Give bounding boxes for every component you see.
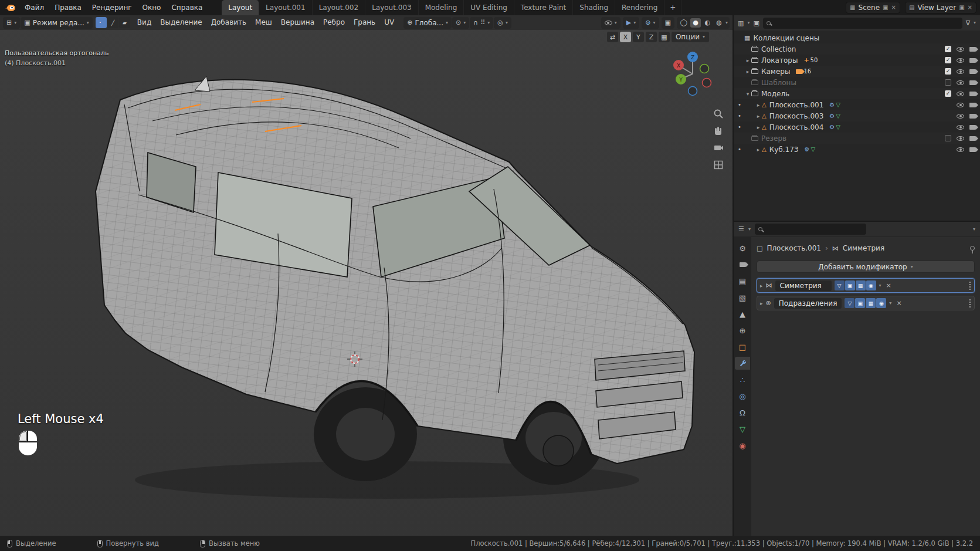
add-workspace-button[interactable]: + xyxy=(664,0,681,15)
gizmo-x-label[interactable]: X xyxy=(677,63,680,69)
gizmo-y-label[interactable]: Y xyxy=(679,77,683,83)
tab-physics[interactable]: ◎ xyxy=(735,390,750,403)
new-scene-icon[interactable]: ▣ xyxy=(883,5,888,11)
on-cage-toggle[interactable]: ▽ xyxy=(845,298,854,308)
editor-type-button[interactable]: ⊞▾ xyxy=(3,17,20,29)
shading-solid-button[interactable]: ● xyxy=(690,18,701,28)
hide-eye-icon[interactable] xyxy=(957,147,964,152)
hide-eye-icon[interactable] xyxy=(957,136,964,141)
menu-file[interactable]: Файл xyxy=(19,0,49,15)
outliner-row-shablony[interactable]: Шаблоны xyxy=(734,77,980,88)
xray-toggle[interactable]: ▣ xyxy=(662,17,674,29)
menu-edit[interactable]: Правка xyxy=(49,0,87,15)
zoom-icon[interactable] xyxy=(713,108,724,120)
delete-modifier-icon[interactable]: × xyxy=(894,299,903,307)
options-dropdown[interactable]: Опции ▾ xyxy=(672,32,709,42)
workspace-tab-shading[interactable]: Shading xyxy=(573,0,615,15)
hide-eye-icon[interactable] xyxy=(957,92,964,96)
workspace-tab-texture-paint[interactable]: Texture Paint xyxy=(514,0,573,15)
menu-add[interactable]: Добавить xyxy=(207,15,250,30)
edge-select-button[interactable]: ╱ xyxy=(107,17,118,28)
drag-handle[interactable] xyxy=(969,299,971,307)
drag-handle[interactable] xyxy=(969,282,971,290)
view-layer-selector[interactable]: ▤ View Layer ▣ × xyxy=(905,2,976,13)
workspace-tab-layout[interactable]: Layout xyxy=(222,0,259,15)
exclude-checkbox[interactable] xyxy=(945,135,951,141)
menu-render[interactable]: Рендеринг xyxy=(87,0,137,15)
overlays-toggle[interactable]: ⊚▾ xyxy=(642,17,659,29)
exclude-checkbox[interactable] xyxy=(945,79,951,86)
blender-logo-icon[interactable] xyxy=(0,0,19,15)
shading-material-button[interactable]: ◐ xyxy=(702,18,713,28)
shading-wireframe-button[interactable]: ◯ xyxy=(679,18,689,28)
tab-view-layer[interactable]: ▧ xyxy=(735,291,750,304)
render-visibility-icon[interactable] xyxy=(969,114,976,119)
hide-eye-icon[interactable] xyxy=(957,69,964,74)
menu-uv[interactable]: UV xyxy=(380,15,398,30)
gizmo-neg-z[interactable] xyxy=(689,87,697,96)
outliner-row-kamery[interactable]: ▸ Камеры 16 ✓ xyxy=(734,66,980,77)
new-view-layer-icon[interactable]: ▣ xyxy=(959,5,964,11)
outliner-row-ploskost-003[interactable]: • ▸△ Плоскость.003 ⚙▽ xyxy=(734,110,980,121)
menu-window[interactable]: Окно xyxy=(137,0,167,15)
tab-particles[interactable]: ∴ xyxy=(735,373,750,386)
modifier-panel-mirror[interactable]: ▸ ⋈ Симметрия ▽ ▣ ▦ ◉ ▾ × xyxy=(757,278,975,293)
modifier-name-field[interactable]: Симметрия xyxy=(775,280,832,291)
outliner-row-model[interactable]: ▾ Модель ✓ xyxy=(734,88,980,99)
render-toggle[interactable]: ◉ xyxy=(876,298,886,308)
shading-rendered-button[interactable]: ◍ xyxy=(714,18,724,28)
exclude-checkbox[interactable]: ✓ xyxy=(945,90,951,97)
gizmo-neg-y[interactable] xyxy=(700,65,709,73)
menu-edge[interactable]: Ребро xyxy=(319,15,349,30)
pivot-point-dropdown[interactable]: ⊙▾ xyxy=(452,17,469,29)
gizmo-z-label[interactable]: Z xyxy=(691,55,694,60)
properties-editor-icon[interactable]: ☰ xyxy=(738,226,744,232)
pan-hand-icon[interactable] xyxy=(713,125,724,137)
menu-mesh[interactable]: Меш xyxy=(251,15,276,30)
navigation-gizmo[interactable]: Z X Y xyxy=(668,49,717,100)
modifier-name-field[interactable]: Подразделения xyxy=(774,298,842,309)
hide-eye-icon[interactable] xyxy=(957,103,964,107)
menu-vertex[interactable]: Вершина xyxy=(277,15,318,30)
outliner-row-rezerv[interactable]: Резерв xyxy=(734,133,980,144)
hide-eye-icon[interactable] xyxy=(957,114,964,119)
realtime-toggle[interactable]: ▦ xyxy=(866,298,876,308)
tab-world[interactable]: ⊕ xyxy=(735,324,750,337)
tab-object-data[interactable]: ▽ xyxy=(735,422,750,435)
exclude-checkbox[interactable]: ✓ xyxy=(945,57,951,63)
gizmos-toggle[interactable]: ▶▾ xyxy=(623,17,639,29)
expand-arrow-icon[interactable]: ▸ xyxy=(760,283,763,289)
menu-select[interactable]: Выделение xyxy=(156,15,206,30)
tab-scene[interactable]: ▲ xyxy=(735,307,750,320)
workspace-tab-rendering[interactable]: Rendering xyxy=(615,0,664,15)
gizmo-neg-x[interactable] xyxy=(703,79,711,87)
tab-constraints[interactable]: Ω xyxy=(735,406,750,419)
outliner-root-scene[interactable]: ▦ Коллекции сцены xyxy=(734,32,980,43)
new-collection-icon[interactable]: ▣ xyxy=(753,20,759,26)
mirror-icon-button[interactable]: ⇄ xyxy=(607,32,618,42)
delete-modifier-icon[interactable]: × xyxy=(884,282,893,289)
grid-snap-icon-button[interactable]: ▦ xyxy=(659,32,670,42)
axis-x-button[interactable]: X xyxy=(620,32,631,42)
face-select-button[interactable]: ▰ xyxy=(119,17,130,28)
outliner-row-kub-173[interactable]: • ▸△ Куб.173 ⚙▽ xyxy=(734,144,980,155)
tab-material[interactable]: ◉ xyxy=(735,439,750,452)
unlink-scene-icon[interactable]: × xyxy=(891,5,896,11)
vertex-select-button[interactable]: ⠂ xyxy=(96,17,107,28)
menu-help[interactable]: Справка xyxy=(166,0,208,15)
show-gizmo-dropdown[interactable]: ▾ xyxy=(601,17,620,29)
proportional-edit-toggle[interactable]: ◎▾ xyxy=(494,17,511,29)
axis-z-button[interactable]: Z xyxy=(646,32,657,42)
exclude-checkbox[interactable]: ✓ xyxy=(945,46,951,52)
breadcrumb-object[interactable]: Плоскость.001 xyxy=(767,244,821,252)
render-visibility-icon[interactable] xyxy=(969,47,976,52)
outliner-editor-icon[interactable]: ▥ xyxy=(738,20,744,26)
render-visibility-icon[interactable] xyxy=(969,103,976,107)
edit-mode-toggle[interactable]: ▣ xyxy=(855,298,865,308)
mode-dropdown[interactable]: ▣ Режим реда... ▾ xyxy=(21,17,93,29)
workspace-tab-layout-002[interactable]: Layout.002 xyxy=(313,0,366,15)
hide-eye-icon[interactable] xyxy=(957,47,964,52)
expand-arrow-icon[interactable]: ▸ xyxy=(760,300,763,306)
workspace-tab-uv-editing[interactable]: UV Editing xyxy=(464,0,514,15)
render-visibility-icon[interactable] xyxy=(969,147,976,152)
